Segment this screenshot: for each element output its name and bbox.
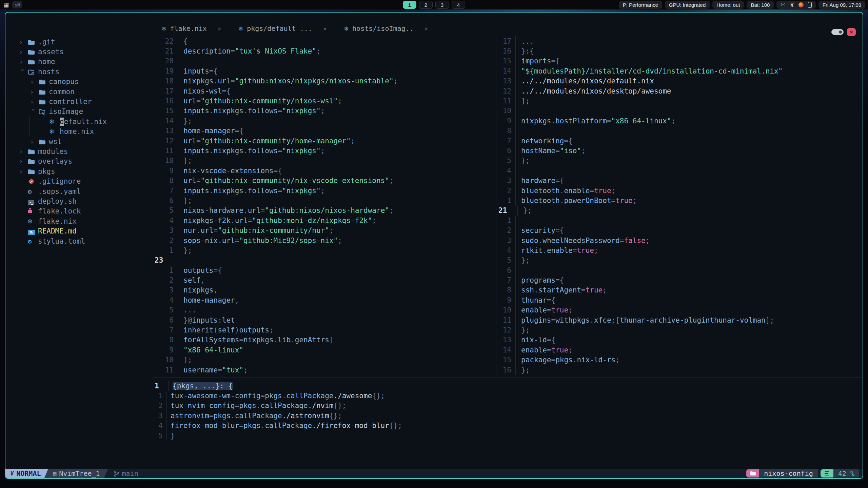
tree-item-flake.lock[interactable]: flake.lock xyxy=(5,206,153,216)
code-line[interactable]: 17 nixos-wsl = { xyxy=(153,86,496,96)
code-line[interactable]: 2 self, xyxy=(153,275,496,285)
code-line[interactable]: 10 ]; xyxy=(153,355,496,365)
tab-pkgs-default-...[interactable]: ❄pkgs/default ...× xyxy=(230,21,336,36)
tree-item-assets[interactable]: ›assets xyxy=(5,47,153,57)
status-chip-bat[interactable]: Bat: 100 xyxy=(747,1,774,9)
code-line[interactable]: 21 }; xyxy=(496,206,863,216)
tree-item-hosts[interactable]: ›hosts xyxy=(5,67,153,77)
tree-item-common[interactable]: ›common xyxy=(5,87,153,97)
code-line[interactable]: 13 ../../modules/nixos/default.nix xyxy=(496,76,863,86)
code-line[interactable]: 1 tux-awesome-wm-config = pkgs.callPacka… xyxy=(153,391,863,401)
tree-item-modules[interactable]: ›modules xyxy=(5,146,153,156)
tree-item-canopus[interactable]: ›canopus xyxy=(5,77,153,87)
tree-item-pkgs[interactable]: ›pkgs xyxy=(5,166,153,176)
tree-item-isoImage[interactable]: ›isoImage xyxy=(5,107,153,117)
code-line[interactable]: 2 sops-nix.url = "github:Mic92/sops-nix"… xyxy=(153,236,496,245)
workspace-button-1[interactable]: 1 xyxy=(403,1,416,9)
tree-item-stylua.toml[interactable]: ⚙stylua.toml xyxy=(5,236,153,246)
code-line[interactable]: 4 nixpkgs-f2k.url = "github:moni-dz/nixp… xyxy=(153,216,496,225)
code-line[interactable]: 2 tux-nvim-config = pkgs.callPackage ./n… xyxy=(153,401,863,411)
tree-item-.sops.yaml[interactable]: ⚙.sops.yaml xyxy=(5,186,153,196)
code-line[interactable]: 8 ssh.startAgent = true; xyxy=(496,285,863,295)
code-line[interactable]: 23 xyxy=(153,256,496,265)
tab-hosts-isoImag..[interactable]: ❄hosts/isoImag..× xyxy=(336,21,437,36)
code-line[interactable]: 17 ... xyxy=(496,36,863,46)
toggle-pill-button[interactable] xyxy=(831,29,844,35)
code-line[interactable]: 7 inputs.nixpkgs.follows = "nixpkgs"; xyxy=(153,186,496,196)
code-line[interactable]: 7 inherit (self) outputs; xyxy=(153,325,496,335)
code-line[interactable]: 12 url = "github:nix-community/home-mana… xyxy=(153,136,496,146)
workspace-button-4[interactable]: 4 xyxy=(452,1,465,9)
tree-item-controller[interactable]: ›controller xyxy=(5,97,153,106)
code-line[interactable]: 3 sudo.wheelNeedsPassword = false; xyxy=(496,236,863,245)
code-line[interactable]: 2 security = { xyxy=(496,225,863,235)
code-line[interactable]: 13 home-manager = { xyxy=(153,126,496,136)
code-line[interactable]: 9 thunar = { xyxy=(496,295,863,305)
code-line[interactable]: 16 }; xyxy=(496,365,863,375)
tab-close-icon[interactable]: × xyxy=(323,25,327,32)
tree-item-README.md[interactable]: M↓README.md xyxy=(5,226,153,236)
tree-item-.gitignore[interactable]: .gitignore xyxy=(5,176,153,186)
tree-item-deploy.sh[interactable]: >_deploy.sh xyxy=(5,196,153,206)
code-line[interactable]: 9 "x86_64-linux" xyxy=(153,345,496,355)
code-line[interactable]: 14 enable = true; xyxy=(496,345,863,355)
code-line[interactable]: 22{ xyxy=(153,36,496,46)
code-line[interactable]: 14 "${modulesPath}/installer/cd-dvd/inst… xyxy=(496,66,863,76)
code-line[interactable]: 9 nixpkgs.hostPlatform = "x86_64-linux"; xyxy=(496,116,863,126)
code-line[interactable]: 15 inputs.nixpkgs.follows = "nixpkgs"; xyxy=(153,106,496,116)
tree-item-flake.nix[interactable]: ❄flake.nix xyxy=(5,216,153,226)
status-chip-home[interactable]: Home: out xyxy=(712,1,744,9)
code-line[interactable]: 4 xyxy=(496,166,863,176)
code-line[interactable]: 21 description = "tux's NixOS Flake"; xyxy=(153,46,496,56)
code-line[interactable]: 5 }; xyxy=(496,156,863,166)
tree-item-home.nix[interactable]: ❄home.nix xyxy=(5,127,153,137)
code-line[interactable]: 10 enable = true; xyxy=(496,305,863,315)
code-line[interactable]: 8 url = "github:nix-community/nix-vscode… xyxy=(153,176,496,185)
status-chip-p[interactable]: P: Performance xyxy=(619,1,662,9)
tree-item-wsl[interactable]: ›wsl xyxy=(5,137,153,146)
code-line[interactable]: 15 package = pkgs.nix-ld-rs; xyxy=(496,355,863,365)
code-line[interactable]: 3 astronvim = pkgs.callPackage ./astronv… xyxy=(153,411,863,421)
workspace-button-3[interactable]: 3 xyxy=(435,1,449,9)
code-line[interactable]: 3 nixpkgs, xyxy=(153,285,496,295)
code-line[interactable]: 1 }; xyxy=(153,245,496,255)
code-line[interactable]: 6 xyxy=(496,265,863,275)
git-branch[interactable]: main xyxy=(114,469,138,477)
code-line[interactable]: 18 nixpkgs.url = "github:nixos/nixpkgs/n… xyxy=(153,76,496,86)
code-line[interactable]: 7 programs = { xyxy=(496,275,863,285)
code-line[interactable]: 8 forAllSystems = nixpkgs.lib.genAttrs [ xyxy=(153,335,496,345)
code-line[interactable]: 4 firefox-mod-blur = pkgs.callPackage ./… xyxy=(153,421,863,431)
firefox-icon[interactable] xyxy=(798,2,804,7)
clock[interactable]: Fri Aug 09, 17:09 xyxy=(818,1,865,9)
code-line[interactable]: 15 imports = [ xyxy=(496,56,863,66)
workspace-button-2[interactable]: 2 xyxy=(419,1,433,9)
code-line[interactable]: 4 rtkit.enable = true; xyxy=(496,245,863,255)
code-line[interactable]: 1 outputs = { xyxy=(153,265,496,275)
code-line[interactable]: 6 hostName = "iso"; xyxy=(496,146,863,156)
code-line[interactable]: 14 }; xyxy=(153,116,496,126)
code-line[interactable]: 12 }; xyxy=(496,325,863,335)
tab-close-icon[interactable]: × xyxy=(425,25,428,32)
code-line[interactable]: 19 inputs = { xyxy=(153,66,496,76)
code-line[interactable]: 7 networking = { xyxy=(496,136,863,146)
code-line[interactable]: 5 ... xyxy=(153,305,496,315)
status-chip-gpu[interactable]: GPU: Integrated xyxy=(665,1,710,9)
launcher-grid-icon[interactable]: ▦ xyxy=(3,2,9,8)
code-line[interactable]: 16}: { xyxy=(496,46,863,56)
code-line[interactable]: 11 username = "tux"; xyxy=(153,365,496,375)
code-line[interactable]: 6 }; xyxy=(153,196,496,205)
code-line[interactable]: 6 } @ inputs: let xyxy=(153,315,496,325)
tab-close-icon[interactable]: × xyxy=(218,25,221,32)
code-line[interactable]: 2 bluetooth.enable = true; xyxy=(496,186,863,196)
code-line[interactable]: 3 nur.url = "github:nix-community/nur"; xyxy=(153,225,496,235)
code-line[interactable]: 20 xyxy=(153,56,496,66)
code-line[interactable]: 4 home-manager, xyxy=(153,295,496,305)
code-line[interactable]: 11 ]; xyxy=(496,96,863,106)
code-line[interactable]: 9 nix-vscode-extensions = { xyxy=(153,166,496,176)
code-line[interactable]: 5 }; xyxy=(496,256,863,265)
code-line[interactable]: 5 nixos-hardware.url = "github:nixos/nix… xyxy=(153,206,496,216)
code-line[interactable]: 11 plugins = with pkgs.xfce; [thunar-arc… xyxy=(496,315,863,325)
app-badge[interactable]: $N xyxy=(12,1,22,8)
code-line[interactable]: 5} xyxy=(153,431,863,441)
code-line[interactable]: 11 inputs.nixpkgs.follows = "nixpkgs"; xyxy=(153,146,496,156)
